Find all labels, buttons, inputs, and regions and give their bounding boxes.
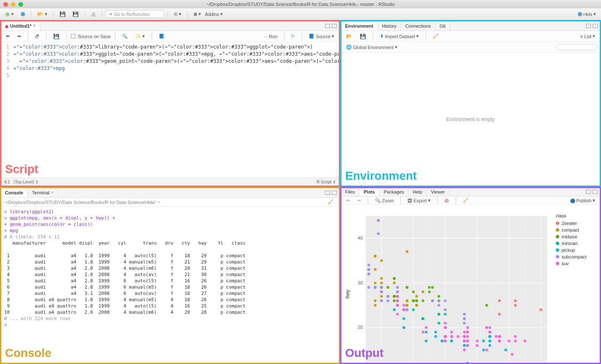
plot-prev-button[interactable]	[343, 197, 352, 204]
print-icon	[91, 11, 96, 17]
scope-indicator[interactable]: (Top Level) ⇕	[13, 180, 39, 184]
back-button[interactable]: ⬅	[3, 33, 12, 40]
clear-workspace-button[interactable]	[430, 33, 441, 40]
svg-point-122	[425, 330, 428, 333]
svg-point-42	[374, 304, 377, 307]
svg-point-222	[402, 308, 405, 311]
import-dataset-button[interactable]: Import Dataset ▾	[377, 33, 421, 40]
maximize-pane-button[interactable]	[593, 190, 598, 194]
svg-point-95	[412, 308, 415, 311]
maximize-pane-button[interactable]	[593, 24, 598, 28]
svg-point-78	[415, 299, 418, 302]
output-tab-plots[interactable]: Plots	[359, 188, 379, 196]
find-button[interactable]	[119, 33, 130, 40]
remove-plot-button[interactable]	[442, 196, 451, 204]
svg-point-160	[380, 286, 383, 289]
svg-point-142	[463, 313, 466, 316]
env-tab-git[interactable]: Git	[436, 21, 450, 31]
env-tab-history[interactable]: History	[378, 21, 401, 31]
svg-point-61	[380, 259, 383, 262]
svg-point-199	[463, 335, 466, 338]
tools-button[interactable]: ▾	[171, 10, 184, 18]
minimize-window-button[interactable]	[11, 2, 15, 7]
addins-button[interactable]: ◼▾ Addins ▾	[191, 10, 225, 18]
env-tab-connections[interactable]: Connections	[401, 21, 435, 31]
new-project-button[interactable]	[18, 10, 28, 18]
svg-point-170	[431, 299, 434, 302]
file-type-indicator[interactable]: R Script ⇕	[317, 180, 336, 184]
svg-point-71	[393, 295, 396, 298]
save-icon	[360, 34, 366, 39]
forward-button[interactable]: ➡	[15, 33, 23, 40]
environment-scope-button[interactable]: 🌐 Global Environment ▾	[343, 44, 400, 51]
svg-point-162	[396, 290, 399, 293]
svg-point-94	[393, 308, 396, 311]
export-button[interactable]: Export ▾	[405, 197, 433, 204]
svg-point-227	[498, 340, 501, 343]
close-window-button[interactable]	[3, 2, 8, 7]
close-tab-button[interactable]: ×	[33, 23, 36, 28]
minimize-pane-button[interactable]	[586, 190, 591, 194]
maximize-pane-button[interactable]	[332, 191, 337, 195]
output-tab-help[interactable]: Help	[408, 188, 427, 196]
environment-search-input[interactable]	[556, 44, 598, 50]
svg-point-154	[387, 299, 389, 302]
svg-point-135	[488, 335, 491, 338]
save-workspace-button[interactable]	[357, 33, 369, 40]
load-workspace-button[interactable]	[343, 33, 355, 40]
compile-report-button[interactable]	[156, 33, 167, 40]
output-tab-files[interactable]: Files	[341, 188, 359, 196]
source-on-save-checkbox[interactable]	[71, 34, 75, 39]
open-file-button[interactable]: ▾	[35, 10, 50, 18]
svg-point-138	[444, 299, 447, 302]
minimize-pane-button[interactable]	[325, 24, 330, 28]
publish-button[interactable]: Publish ▾	[567, 197, 598, 204]
svg-point-202	[466, 330, 469, 333]
show-in-new-window-button[interactable]: 🗗	[32, 33, 42, 40]
source-button[interactable]: Source ▾	[306, 33, 337, 40]
save-all-button[interactable]	[70, 10, 81, 18]
code-tools-button[interactable]: ▾	[133, 33, 147, 40]
environment-empty-message: Environment is empty	[446, 116, 495, 122]
svg-point-143	[463, 317, 466, 320]
svg-point-179	[514, 340, 517, 343]
new-file-button[interactable]: ▾	[3, 10, 16, 18]
output-tab-viewer[interactable]: Viewer	[427, 188, 449, 196]
console-path-browse[interactable]: ☞	[157, 199, 161, 205]
svg-point-39	[406, 299, 409, 302]
maximize-pane-button[interactable]	[332, 24, 337, 28]
output-tab-packages[interactable]: Packages	[379, 188, 408, 196]
clear-plots-button[interactable]	[460, 197, 471, 204]
zoom-icon	[375, 198, 381, 203]
plot-legend: class2seatercompactmidsizeminivanpickups…	[554, 209, 596, 364]
save-button[interactable]	[57, 10, 68, 18]
env-tab-environment[interactable]: Environment	[341, 21, 378, 31]
code-editor[interactable]: 1="="color:#333">color:#333">library="co…	[1, 42, 339, 178]
zoom-button[interactable]: Zoom	[372, 197, 396, 204]
save-script-button[interactable]	[51, 33, 62, 40]
plot-next-button[interactable]	[355, 197, 364, 204]
console-tab-console[interactable]: Console	[1, 188, 28, 197]
svg-point-225	[466, 340, 469, 343]
console-output[interactable]: > library(ggplot2) > ggplot(mpg, aes(x =…	[1, 207, 339, 363]
rerun-button[interactable]	[289, 33, 297, 40]
notebook-icon	[159, 34, 165, 39]
hex-icon	[21, 11, 25, 17]
maximize-window-button[interactable]	[18, 2, 23, 7]
svg-point-178	[514, 335, 517, 338]
view-mode-button[interactable]: ≡ List ▾	[578, 33, 598, 40]
run-button[interactable]: Run	[261, 33, 280, 40]
console-tab-terminal[interactable]: Terminal ×	[28, 188, 58, 197]
script-tab[interactable]: Untitled1* ×	[1, 21, 40, 31]
goto-file-input[interactable]: Go to file/function	[106, 10, 164, 18]
minimize-pane-button[interactable]	[325, 191, 330, 195]
svg-point-185	[457, 335, 459, 338]
svg-point-50	[422, 290, 425, 293]
svg-point-137	[438, 304, 441, 307]
minimize-pane-button[interactable]	[586, 24, 591, 28]
print-button[interactable]	[88, 10, 98, 18]
svg-point-33	[539, 308, 542, 311]
svg-text:40: 40	[358, 235, 363, 240]
project-menu[interactable]: r4ds ▾	[575, 10, 598, 18]
clear-console-button[interactable]	[325, 199, 336, 206]
